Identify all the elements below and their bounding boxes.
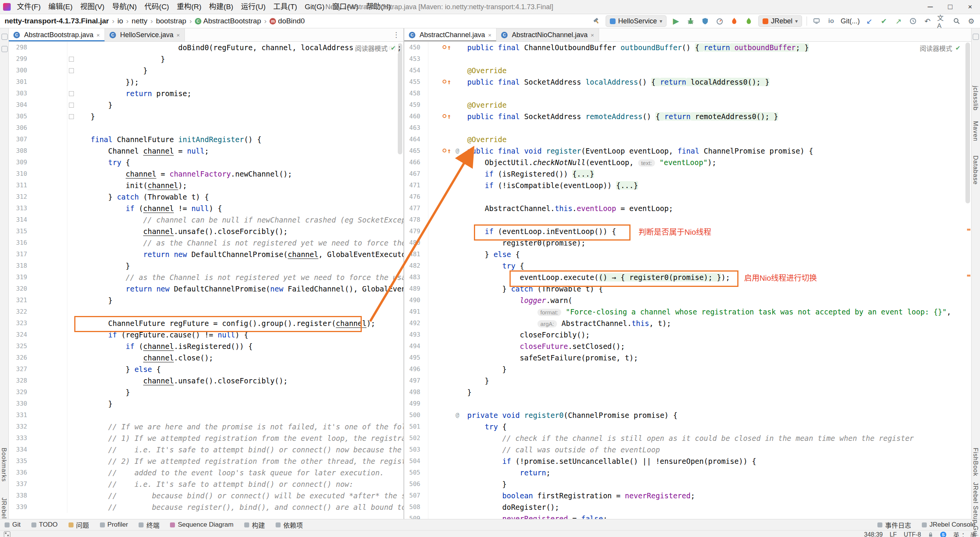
- jrebel-debug-button[interactable]: [744, 16, 754, 26]
- override-marker-icon[interactable]: ↑: [443, 145, 451, 157]
- notifications-stripe-icon[interactable]: [973, 34, 979, 40]
- toolwindow-button-git[interactable]: Git: [5, 521, 21, 529]
- toolwindow-stripe-bookmarks[interactable]: Bookmarks: [0, 448, 7, 482]
- code-line: 331: [9, 409, 403, 421]
- scrollbar-thumb[interactable]: [965, 43, 970, 203]
- run-button[interactable]: ▶: [671, 16, 681, 26]
- tab-options-icon[interactable]: ⋮: [393, 28, 400, 41]
- git-branch-widget[interactable]: Git(...): [841, 17, 860, 25]
- file-encoding[interactable]: UTF-8: [904, 531, 921, 537]
- debug-button[interactable]: [686, 16, 696, 26]
- line-number: 324: [9, 329, 29, 341]
- settings-gear-icon[interactable]: ⚙: [966, 16, 976, 26]
- tab-close-icon[interactable]: ×: [96, 32, 100, 38]
- menu-item[interactable]: 重构(R): [173, 0, 205, 14]
- toolwindow-stripe-fishbook[interactable]: FishBook: [972, 448, 979, 476]
- editor-tab[interactable]: CAbstractNioChannel.java×: [497, 28, 599, 41]
- toolwindow-button-终端[interactable]: 终端: [139, 520, 159, 530]
- toolwindow-button-问题[interactable]: 问题: [69, 520, 89, 530]
- toolwindow-stripe-database[interactable]: Database: [972, 156, 979, 185]
- tab-close-icon[interactable]: ×: [591, 32, 594, 38]
- toolwindow-buttons-right: 事件日志JRebel Console: [877, 520, 975, 530]
- history-icon[interactable]: [908, 16, 918, 26]
- toolwindow-stripe-maven[interactable]: Maven: [972, 121, 979, 141]
- commit-icon[interactable]: ✔: [879, 16, 889, 26]
- code-line: 476: [404, 191, 971, 203]
- coverage-button[interactable]: [700, 16, 710, 26]
- breadcrumb-item[interactable]: mdoBind0: [269, 17, 305, 25]
- toolwindow-stripe-jclasslib[interactable]: jclasslib: [972, 86, 979, 111]
- menu-item[interactable]: 构建(B): [205, 0, 237, 14]
- override-marker-icon[interactable]: ↑: [443, 42, 451, 53]
- readonly-lock-icon[interactable]: [928, 532, 933, 537]
- error-stripe-mark[interactable]: [967, 275, 970, 277]
- menu-item[interactable]: 导航(N): [108, 0, 140, 14]
- ime-icon[interactable]: S: [940, 532, 946, 537]
- inspection-ok-icon[interactable]: ✔: [391, 44, 396, 52]
- menu-item[interactable]: 视图(V): [77, 0, 108, 14]
- maximize-icon[interactable]: □: [940, 0, 960, 14]
- breadcrumb-item[interactable]: netty: [131, 17, 148, 25]
- search-icon[interactable]: [952, 16, 962, 26]
- menu-item[interactable]: Git(G): [301, 0, 328, 14]
- editor-tab[interactable]: CHelloService.java×: [105, 28, 185, 41]
- menu-item[interactable]: 工具(T): [270, 0, 301, 14]
- menu-item[interactable]: 文件(F): [13, 0, 44, 14]
- jrebel-run-button[interactable]: [729, 16, 739, 26]
- toolwindow-button-依赖项[interactable]: 依赖项: [276, 520, 303, 530]
- monitor-icon[interactable]: [812, 16, 822, 26]
- code-line: 329 }: [9, 386, 403, 398]
- editor-right[interactable]: 450↑ public final ChannelOutboundBuffer …: [404, 42, 971, 519]
- translate-icon[interactable]: 文A: [937, 16, 947, 26]
- breadcrumb-item[interactable]: bootstrap: [155, 17, 187, 25]
- breadcrumb-item[interactable]: io: [117, 17, 124, 25]
- line-number: 494: [404, 341, 422, 352]
- favorites-stripe-icon[interactable]: [2, 46, 8, 52]
- toolwindow-button-事件日志[interactable]: 事件日志: [877, 520, 911, 530]
- io-plugin-icon[interactable]: io: [826, 16, 836, 26]
- structure-stripe-icon[interactable]: [2, 34, 8, 40]
- error-stripe-mark[interactable]: [967, 229, 970, 231]
- code-text: }: [67, 65, 147, 76]
- editor-tab[interactable]: CAbstractBootstrap.java×: [9, 28, 105, 41]
- reader-mode-badge[interactable]: 阅读器模式 ✔: [918, 43, 963, 54]
- toolwindow-stripe-jrebel[interactable]: JRebel: [0, 498, 7, 519]
- toolwindow-button-todo[interactable]: TODO: [31, 521, 58, 529]
- rollback-icon[interactable]: ↶: [923, 16, 933, 26]
- build-project-icon[interactable]: [591, 16, 601, 26]
- reader-mode-badge[interactable]: 阅读器模式 ✔: [353, 43, 398, 54]
- inspection-ok-icon[interactable]: ✔: [956, 44, 960, 52]
- editor-tab[interactable]: CAbstractChannel.java×: [404, 28, 497, 41]
- toolwindow-switcher-icon[interactable]: [4, 531, 10, 537]
- line-number: 313: [9, 203, 29, 214]
- push-icon[interactable]: ↗: [893, 16, 903, 26]
- line-separator[interactable]: LF: [890, 531, 897, 537]
- toolwindow-button-profiler[interactable]: Profiler: [100, 521, 128, 529]
- override-marker-icon[interactable]: ↑: [443, 111, 451, 122]
- run-config-select[interactable]: HelloService ▾: [606, 15, 666, 27]
- menu-item[interactable]: 运行(U): [237, 0, 269, 14]
- ime-language[interactable]: 英: [953, 530, 959, 537]
- editor-left[interactable]: 298 doBind0(regFuture, channel, localAdd…: [9, 42, 403, 519]
- toolwindow-button-构建[interactable]: 构建: [244, 520, 265, 530]
- toolwindow-stripe-jrebel-setup-guide[interactable]: JRebel Setup Guide: [972, 482, 979, 537]
- caret-position[interactable]: 348:39: [864, 531, 883, 537]
- jrebel-select[interactable]: JRebel ▾: [758, 15, 802, 27]
- profiler-button[interactable]: [715, 16, 725, 26]
- code-text: [428, 122, 432, 134]
- close-window-icon[interactable]: ×: [960, 0, 980, 14]
- update-project-icon[interactable]: ↙: [864, 16, 874, 26]
- override-marker-icon[interactable]: ↑: [443, 76, 451, 88]
- toolwindow-button-sequence-diagram[interactable]: Sequence Diagram: [170, 521, 234, 529]
- menu-item[interactable]: 编辑(E): [44, 0, 76, 14]
- minimize-icon[interactable]: ─: [920, 0, 940, 14]
- code-area[interactable]: 298 doBind0(regFuture, channel, localAdd…: [9, 42, 403, 519]
- tab-close-icon[interactable]: ×: [488, 32, 492, 38]
- tab-close-icon[interactable]: ×: [176, 32, 180, 38]
- scrollbar-thumb[interactable]: [398, 43, 402, 154]
- toolwindow-button-jrebel-console[interactable]: JRebel Console: [922, 521, 975, 529]
- breadcrumb-item[interactable]: netty-transport-4.1.73.Final.jar: [4, 17, 109, 25]
- breadcrumb-item[interactable]: CAbstractBootstrap: [194, 17, 262, 25]
- gutter-icons: [29, 272, 67, 283]
- menu-item[interactable]: 代码(C): [140, 0, 173, 14]
